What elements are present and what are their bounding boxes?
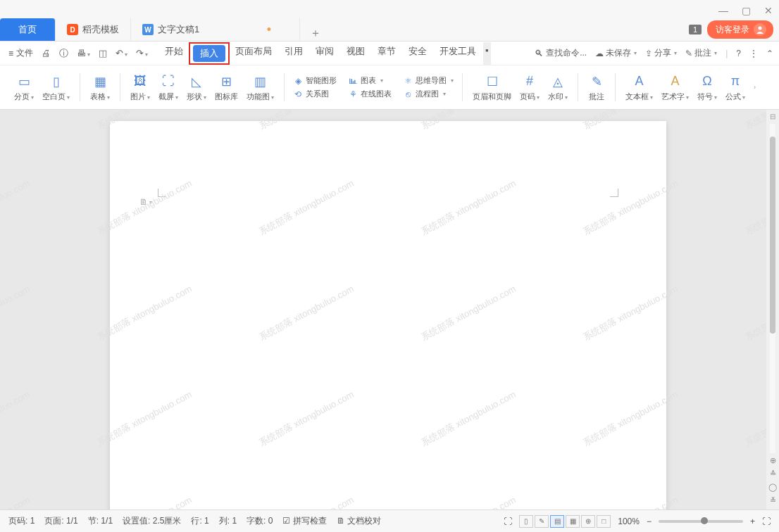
chart-button[interactable]: 📊︎图表 [347,75,393,87]
page-break-icon: ▭ [15,73,32,90]
menu-insert[interactable]: 插入 [193,45,225,62]
table-icon: ▦ [92,73,108,90]
print-icon[interactable]: 🖶︎ [74,46,93,60]
fit-page-icon[interactable]: ⛶ [762,517,771,526]
flowchart-button[interactable]: ⎋流程图 [401,88,455,100]
menu-section[interactable]: 章节 [372,42,401,65]
chart-icon: 📊︎ [348,76,358,86]
zoom-slider[interactable] [659,520,743,523]
modified-indicator: • [267,23,271,37]
cloud-share[interactable]: ⇪分享 [645,47,677,59]
options-icon[interactable]: ⋮ [749,49,758,58]
header-footer-icon: ☐ [484,73,501,90]
menu-layout[interactable]: 页面布局 [230,42,278,65]
zoom-in-button[interactable]: + [750,517,755,526]
ribbon-expand-icon[interactable]: › [754,84,756,91]
picture-icon: 🖼︎ [132,73,149,90]
zoom-value[interactable]: 100% [618,517,640,526]
symbol-button[interactable]: Ω符号 [694,72,720,103]
table-button[interactable]: ▦表格 [87,72,113,103]
status-chars[interactable]: 字数: 0 [247,515,273,527]
menu-view[interactable]: 视图 [341,42,370,65]
quick-save-icon[interactable]: ◫ [96,46,110,60]
view-page[interactable]: ▤ [550,515,564,528]
tab-bar: 首页 D 稻壳模板 W 文字文稿1 • ＋ 1 访客登录 [0,19,779,42]
screenshot-icon: ⛶ [160,73,177,90]
relation-button[interactable]: ⟲关系图 [292,88,338,100]
iconlib-icon: ⊞ [218,73,235,90]
help-icon[interactable]: ? [736,49,741,58]
status-section[interactable]: 节: 1/1 [88,515,113,527]
picture-button[interactable]: 🖼︎图片 [127,72,153,103]
ruler-toggle-icon[interactable]: ⊟ [770,110,775,124]
insert-highlight: 插入 [189,42,230,65]
status-proofreading[interactable]: 🗎 文档校对 [337,515,381,527]
zoom-out-button[interactable]: − [647,517,652,526]
funcpic-button[interactable]: ▥功能图 [244,72,277,103]
status-col[interactable]: 列: 1 [219,515,237,527]
file-menu[interactable]: ≡ 文件 [6,47,36,59]
focus-mode-icon[interactable]: ⛶ [504,517,512,526]
minimize-button[interactable]: — [718,5,728,16]
vertical-scrollbar[interactable]: ⊟ ⊕ ≙ ◯ ≚ [766,110,779,509]
header-footer-button[interactable]: ☐页眉和页脚 [470,72,514,103]
menu-review[interactable]: 审阅 [310,42,339,65]
ribbon: ▭分页 ▯空白页 ▦表格 🖼︎图片 ⛶截屏 ◺形状 ⊞图标库 ▥功能图 ◈智能图… [0,65,779,110]
undo-button[interactable]: ↶ [113,46,130,60]
tab-template[interactable]: D 稻壳模板 [56,18,131,41]
page-select-icon[interactable]: ◯ [768,483,777,492]
relation-icon: ⟲ [293,89,303,99]
tab-home[interactable]: 首页 [0,18,56,41]
status-page[interactable]: 页面: 1/1 [44,515,77,527]
new-tab-button[interactable]: ＋ [300,26,331,41]
menu-more[interactable]: ▪ [483,42,491,65]
iconlib-button[interactable]: ⊞图标库 [212,72,241,103]
textbox-button[interactable]: A文本框 [623,72,656,103]
tab-document[interactable]: W 文字文稿1 • [131,18,300,41]
screenshot-button[interactable]: ⛶截屏 [156,72,181,103]
save-icon[interactable]: 🖨︎ [39,46,54,60]
blank-page-button[interactable]: ▯空白页 [39,72,73,103]
shapes-button[interactable]: ◺形状 [184,72,209,103]
watermark-button[interactable]: ◬水印 [545,72,571,103]
view-edit[interactable]: ✎ [535,515,549,528]
preview-icon[interactable]: ⓘ [56,46,71,61]
equation-button[interactable]: π公式 [723,72,748,103]
status-spellcheck[interactable]: ☑ 拼写检查 [282,515,326,527]
view-read[interactable]: ▯ [519,515,533,528]
menu-devtools[interactable]: 开发工具 [434,42,482,65]
page-break-button[interactable]: ▭分页 [11,72,37,103]
paragraph-options-icon[interactable]: 🗎 [139,197,152,207]
tab-count-badge[interactable]: 1 [689,25,702,34]
maximize-button[interactable]: ▢ [741,5,751,16]
login-button[interactable]: 访客登录 [707,20,773,39]
page-up-icon[interactable]: ⊕ [770,456,776,465]
online-chart-button[interactable]: ⚘在线图表 [347,88,393,100]
view-print[interactable]: □ [597,515,611,528]
page[interactable]: 🗎 [110,121,666,509]
view-web[interactable]: ⊕ [581,515,595,528]
nav-down-icon[interactable]: ≚ [770,496,776,505]
cloud-unsaved[interactable]: ☁未保存 [595,47,637,59]
menu-reference[interactable]: 引用 [279,42,309,65]
close-button[interactable]: ✕ [764,5,773,16]
mindmap-button[interactable]: ⚛思维导图 [401,75,455,87]
document-canvas[interactable]: 🗎 系统部落 xitongbuluo.com系统部落 xitongbuluo.c… [0,110,766,509]
smartart-button[interactable]: ◈智能图形 [292,75,338,87]
menu-security[interactable]: 安全 [403,42,432,65]
search-command[interactable]: 🔍︎ 查找命令... [535,47,587,59]
page-number-button[interactable]: #页码 [517,72,542,103]
redo-button[interactable]: ↷ [133,46,151,60]
view-outline[interactable]: ▦ [566,515,580,528]
page-number-icon: # [521,73,538,90]
status-position[interactable]: 设置值: 2.5厘米 [123,515,181,527]
status-row[interactable]: 行: 1 [191,515,208,527]
collapse-ribbon-icon[interactable]: ⌃ [766,49,773,58]
cloud-annotate[interactable]: ✎批注 [685,47,717,59]
comment-button[interactable]: ✎批注 [585,72,608,103]
status-pageno[interactable]: 页码: 1 [8,515,35,527]
wordart-button[interactable]: A艺术字 [659,72,692,103]
scroll-thumb[interactable] [770,137,775,334]
menu-start[interactable]: 开始 [159,42,189,65]
nav-up-icon[interactable]: ≙ [770,469,776,479]
